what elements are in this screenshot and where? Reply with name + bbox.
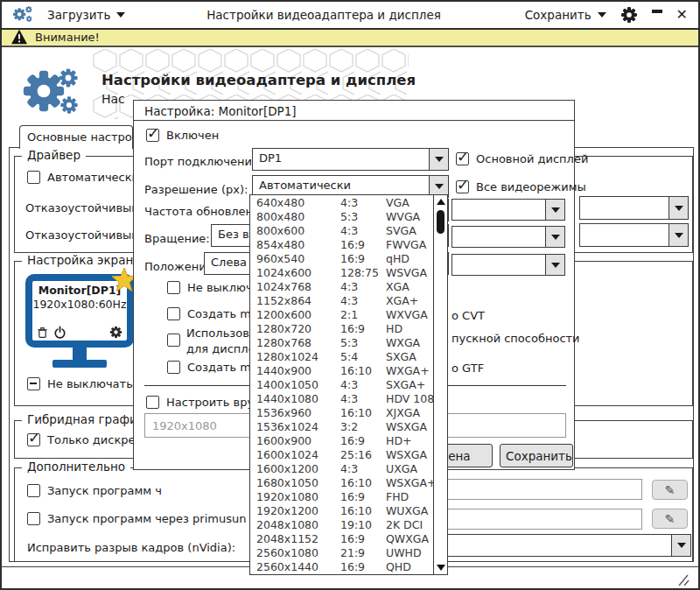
monitor-gear-icon[interactable] xyxy=(109,326,122,339)
cvt-reduced-checkbox[interactable] xyxy=(167,334,180,347)
failsafe-driver-value-2 xyxy=(580,224,668,246)
rotation-secondary-combobox[interactable] xyxy=(452,226,565,248)
resolution-option[interactable]: 1024x768 4:3 XGA xyxy=(250,280,433,294)
resolution-option-ratio: 19:10 xyxy=(340,518,386,532)
edit-button-2[interactable]: ✎ xyxy=(652,509,688,529)
save-button-label: Сохранить xyxy=(525,8,592,22)
resolution-option[interactable]: 1920x1200 16:10 WUXGA xyxy=(250,504,433,518)
resize-grip[interactable] xyxy=(676,574,690,586)
resolution-option[interactable]: 1152x864 4:3 XGA+ xyxy=(250,294,433,308)
resolution-option[interactable]: 1440x1080 4:3 HDV 1080i xyxy=(250,392,433,406)
resolution-option-ratio: 5:3 xyxy=(340,336,386,350)
tab-main-settings[interactable]: Основные настройки xyxy=(19,125,133,149)
resolution-option[interactable]: 960x540 16:9 qHD xyxy=(250,252,433,266)
dropdown-arrow-icon[interactable] xyxy=(545,255,564,275)
minimize-button[interactable] xyxy=(652,10,662,13)
cvt-reduced-suffix: пускной способности xyxy=(452,332,580,345)
position-secondary-combobox[interactable] xyxy=(452,254,565,276)
dropdown-arrow-icon[interactable] xyxy=(429,149,448,170)
modeline-gtf-checkbox[interactable] xyxy=(167,361,180,374)
discrete-only-checkbox[interactable] xyxy=(27,433,40,446)
resolution-option[interactable]: 2048x1080 19:10 2K DCI xyxy=(250,518,433,532)
keep-display-checkbox[interactable] xyxy=(27,377,40,390)
trash-icon[interactable] xyxy=(37,327,48,339)
all-modes-label: Все видеорежимы xyxy=(476,180,586,193)
resolution-option-ratio: 16:10 xyxy=(340,364,386,378)
resolution-option[interactable]: 2560x1440 16:9 QHD xyxy=(250,560,433,574)
resolution-option-name: XGA+ xyxy=(386,294,433,308)
resolution-option[interactable]: 1600x900 16:9 HD+ xyxy=(250,434,433,448)
primary-display-checkbox[interactable] xyxy=(456,152,469,165)
pencil-icon: ✎ xyxy=(665,512,676,526)
manual-setup-checkbox[interactable] xyxy=(146,396,159,409)
resolution-option[interactable]: 1280x720 16:9 HD xyxy=(250,322,433,336)
resolution-option[interactable]: 1600x1024 25:16 WSXGA xyxy=(250,448,433,462)
resolution-option[interactable]: 1920x1080 16:9 FHD xyxy=(250,490,433,504)
resolution-option-name: WSXGA+ xyxy=(386,476,433,490)
resolution-option-name: XJXGA xyxy=(386,406,433,420)
warning-bar: Внимание! xyxy=(2,28,698,47)
settings-gear-icon[interactable] xyxy=(620,6,638,24)
pencil-icon: ✎ xyxy=(665,483,676,497)
refresh-rate-secondary-combobox[interactable] xyxy=(452,199,565,221)
resolution-option[interactable]: 1680x1050 16:10 WSXGA+ xyxy=(250,476,433,490)
resolution-option-name: HDV 1080i xyxy=(386,392,433,406)
modeline-cvt-checkbox[interactable] xyxy=(167,307,180,320)
all-modes-checkbox[interactable] xyxy=(456,180,469,193)
resolution-label: Разрешение (px): xyxy=(144,183,248,196)
scroll-down-icon[interactable] xyxy=(437,565,445,571)
save-button[interactable]: Сохранить xyxy=(525,8,606,22)
resolution-option[interactable]: 1536x960 16:10 XJXGA xyxy=(250,406,433,420)
resolution-option[interactable]: 1600x1200 4:3 UXGA xyxy=(250,462,433,476)
caret-down-icon xyxy=(598,12,606,18)
close-button[interactable]: ✕ xyxy=(676,8,688,22)
app-window: Загрузить Настройки видеоадаптера и дисп… xyxy=(0,0,700,590)
resolution-option[interactable]: 2048x1152 16:9 QWXGA xyxy=(250,532,433,546)
dropdown-arrow-icon[interactable] xyxy=(671,535,690,556)
power-icon[interactable] xyxy=(53,326,66,339)
auto-driver-checkbox[interactable] xyxy=(27,171,40,184)
resolution-option-name: SXGA+ xyxy=(386,378,433,392)
run-programs-checkbox-2[interactable] xyxy=(27,512,40,525)
resolution-option-ratio: 4:3 xyxy=(340,280,386,294)
resolution-option-ratio: 3:2 xyxy=(340,420,386,434)
dropdown-arrow-icon[interactable] xyxy=(668,224,688,246)
run-programs-checkbox-1[interactable] xyxy=(27,484,40,497)
resolution-option-name: FHD xyxy=(386,490,433,504)
enabled-checkbox[interactable] xyxy=(146,129,159,142)
edit-button-1[interactable]: ✎ xyxy=(652,480,688,500)
enabled-label: Включен xyxy=(166,129,219,142)
resolution-option-ratio: 21:9 xyxy=(340,546,386,560)
scroll-thumb[interactable] xyxy=(437,210,444,234)
resolution-option[interactable]: 1200x600 2:1 WXVGA xyxy=(250,308,433,322)
resolution-option-name: FWVGA xyxy=(386,238,433,252)
resolution-option-size: 1280x720 xyxy=(256,322,340,336)
failsafe-driver-combobox-2[interactable] xyxy=(579,223,689,247)
resolution-option[interactable]: 2560x1080 21:9 UWHD xyxy=(250,546,433,560)
resolution-option[interactable]: 1280x768 5:3 WXGA xyxy=(250,336,433,350)
resolution-option-ratio: 16:10 xyxy=(340,476,386,490)
scroll-up-icon[interactable] xyxy=(437,199,445,205)
resolution-option[interactable]: 1440x900 16:10 WXGA+ xyxy=(250,364,433,378)
failsafe-driver-combobox-1[interactable] xyxy=(579,196,689,220)
resolution-option-size: 1600x1024 xyxy=(256,448,340,462)
resolution-option[interactable]: 640x480 4:3 VGA xyxy=(250,196,433,210)
resolution-option[interactable]: 854x480 16:9 FWVGA xyxy=(250,238,433,252)
dropdown-arrow-icon[interactable] xyxy=(545,227,564,247)
port-combobox[interactable]: DP1 xyxy=(252,148,449,171)
resolution-option[interactable]: 1024x600 128:75 WSVGA xyxy=(250,266,433,280)
save-dialog-button[interactable]: Сохранить xyxy=(500,444,573,467)
resolution-option-size: 1440x900 xyxy=(256,364,340,378)
dropdown-arrow-icon[interactable] xyxy=(545,200,564,220)
resolution-option-size: 2560x1440 xyxy=(256,560,340,574)
list-scrollbar[interactable] xyxy=(433,195,447,574)
resolution-option[interactable]: 800x600 4:3 SVGA xyxy=(250,224,433,238)
resolution-option[interactable]: 1280x1024 5:4 SXGA xyxy=(250,350,433,364)
load-button[interactable]: Загрузить xyxy=(47,8,125,22)
resolution-option[interactable]: 800x480 5:3 WVGA xyxy=(250,210,433,224)
resolution-option[interactable]: 1536x1024 3:2 WSXGA xyxy=(250,420,433,434)
load-button-label: Загрузить xyxy=(47,8,110,22)
resolution-option[interactable]: 1400x1050 4:3 SXGA+ xyxy=(250,378,433,392)
dropdown-arrow-icon[interactable] xyxy=(668,197,688,219)
dialog-keep-display-checkbox[interactable] xyxy=(167,281,180,294)
